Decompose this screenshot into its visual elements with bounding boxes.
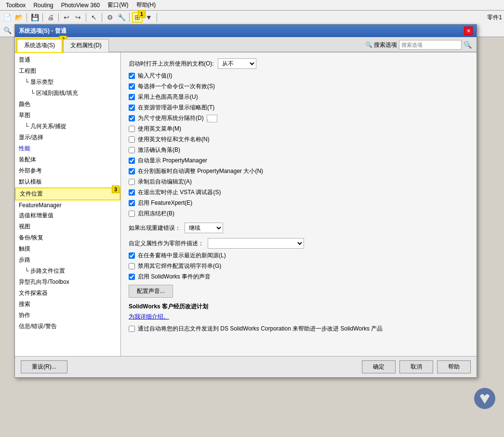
cb-input-dimension[interactable] <box>129 73 135 79</box>
config-sound-btn[interactable]: 配置声音... <box>129 285 173 298</box>
cb-input-english-feature[interactable] <box>129 136 135 143</box>
cb-input-edit-macro[interactable] <box>129 179 135 185</box>
cb-input-news[interactable] <box>129 252 135 259</box>
tree-item-24[interactable]: 信息/错误/警告 <box>15 321 120 332</box>
tree-item-6[interactable]: └ 几何关系/捕捉 <box>15 121 120 132</box>
menu-photoview[interactable]: PhotoView 360 <box>57 1 104 10</box>
cb-input-separator[interactable] <box>129 115 135 121</box>
cb-input-thumbnail[interactable] <box>129 105 135 111</box>
tree-item-23[interactable]: 协作 <box>15 310 120 321</box>
select-btn[interactable]: ↖ <box>89 12 99 23</box>
dialog-titlebar: 系统选项(S) - 普通 ✕ <box>15 25 477 37</box>
cb-item-18: 通过自动将您的日志文件发送到 DS SolidWorks Corporation… <box>129 325 469 333</box>
experience-link[interactable]: 为我详细介绍。 <box>129 313 169 320</box>
cb-input-freeze-bar[interactable] <box>129 211 135 217</box>
tree-item-22[interactable]: 搜索 <box>15 299 120 310</box>
startup-setting-row: 启动时打开上次所使用的文档(O): 从不 总是 <box>129 58 469 69</box>
search-label: 🔍 搜索选项 <box>365 41 397 49</box>
tree-item-13[interactable]: FeatureManager <box>15 200 120 210</box>
cb-input-shading[interactable] <box>129 94 135 100</box>
ok-button[interactable]: 确定 <box>362 360 396 373</box>
menu-routing[interactable]: Routing <box>29 1 57 10</box>
tree-item-16[interactable]: 备份/恢复 <box>15 232 120 243</box>
cb-input-single-command[interactable] <box>129 83 135 90</box>
cb-input-resize-propmanager[interactable] <box>129 168 135 174</box>
redo-btn[interactable]: ↪ <box>73 12 83 23</box>
tree-item-11[interactable]: 默认模板 <box>15 176 120 187</box>
tree-item-15[interactable]: 视图 <box>15 221 120 232</box>
search-area: 🔍 搜索选项 🔍 <box>365 40 472 50</box>
cb-item-6: 使用英文菜单(M) <box>129 125 469 133</box>
undo-btn[interactable]: ↩ <box>61 12 72 23</box>
cb-input-prop-manager[interactable] <box>129 158 135 164</box>
cb-item-3: 采用上色面高亮显示(U) <box>129 93 469 101</box>
tree-item-3[interactable]: └ 区域剖面线/填充 <box>15 88 120 99</box>
cb-input-confirm-corner[interactable] <box>129 147 135 153</box>
tree-item-14[interactable]: 选值框增量值 <box>15 210 120 221</box>
cb-input-vsta-debug[interactable] <box>129 189 135 196</box>
cb-input-featurexpert[interactable] <box>129 200 135 206</box>
menu-toolbox[interactable]: Toolbox <box>2 1 29 10</box>
reset-button[interactable]: 重设(R)... <box>21 360 67 373</box>
tree-item-21[interactable]: 文件探索器 <box>15 288 120 299</box>
cb-input-sound[interactable] <box>129 274 135 280</box>
help-button[interactable]: 帮助 <box>437 360 471 373</box>
print-btn[interactable]: 🖨 <box>45 12 56 23</box>
cb-label-english-feature: 使用英文特征和文件名称(N) <box>138 135 210 144</box>
badge-3: 3 <box>112 185 119 193</box>
rebuild-row: 如果出现重建错误： 继续 停止 提示 <box>129 223 469 233</box>
tree-item-10[interactable]: 外部参考 <box>15 165 120 176</box>
cb-input-log[interactable] <box>129 326 135 332</box>
sep6 <box>129 13 130 22</box>
tab-system-options[interactable]: 系统选项(S) <box>17 39 62 52</box>
custom-prop-label: 自定义属性作为零部件描述： <box>129 239 204 248</box>
badge-1: 1 <box>138 10 146 18</box>
cancel-button[interactable]: 取消 <box>399 360 433 373</box>
tree-item-4[interactable]: 颜色 <box>15 99 120 110</box>
tree-item-file-location[interactable]: 文件位置 <box>15 187 120 200</box>
tree-item-1[interactable]: 工程图 <box>15 66 120 77</box>
cb-input-english-menu[interactable] <box>129 126 135 132</box>
experience-section: SolidWorks 客户经历改进计划 <box>129 303 469 311</box>
tab-document-properties[interactable]: 文档属性(D) <box>63 39 109 52</box>
tree-item-18[interactable]: 步路 <box>15 254 120 265</box>
cb-label-freeze-bar: 启用冻结栏(B) <box>138 210 174 218</box>
options-btn[interactable]: 🔧 <box>116 12 127 23</box>
startup-select[interactable]: 从不 总是 <box>218 58 256 69</box>
rebuild-btn[interactable]: ⚙ <box>105 12 115 23</box>
tree-item-2[interactable]: └ 显示类型 <box>15 77 120 88</box>
new-btn[interactable]: 📄 <box>2 12 13 23</box>
cb-label-edit-macro: 录制后自动编辑宏(A) <box>138 178 192 186</box>
separator-preview: . <box>207 115 217 122</box>
custom-prop-select[interactable] <box>208 238 304 249</box>
settings-panel: 启动时打开上次所使用的文档(O): 从不 总是 输入尺寸值(I) 每选择一个命令… <box>121 53 477 356</box>
tree-item-5[interactable]: 草图 <box>15 110 120 121</box>
search-input[interactable] <box>399 40 462 50</box>
tree-item-9[interactable]: 装配体 <box>15 154 120 165</box>
cb-item-9: 自动显示 PropertyManager <box>129 157 469 165</box>
cb-label-weld: 禁用其它焊件配置说明字符串(G) <box>138 262 221 270</box>
menu-window[interactable]: 窗口(W) <box>104 0 132 10</box>
cb-item-16: 禁用其它焊件配置说明字符串(G) <box>129 262 469 270</box>
tree-item-17[interactable]: 触摸 <box>15 243 120 254</box>
part-name: 零件1 <box>487 13 502 22</box>
tree-item-20[interactable]: 异型孔向导/Toolbox <box>15 277 120 288</box>
menu-help[interactable]: 帮助(H) <box>133 0 160 10</box>
cb-label-dimension: 输入尺寸值(I) <box>138 72 172 80</box>
tree-item-19[interactable]: └ 步路文件位置 <box>15 265 120 277</box>
open-btn[interactable]: 📂 <box>13 12 24 23</box>
cb-item-15: 在任务窗格中显示最近的新闻源(L) <box>129 252 469 260</box>
sw-watermark <box>473 386 497 411</box>
tree-item-0[interactable]: 普通 <box>15 54 120 66</box>
toolbar-row-1: 📄 📂 💾 🖨 ↩ ↪ ↖ ⚙ 🔧 ⊞ 1 ▼ 零件1 <box>0 11 504 24</box>
tree-item-7[interactable]: 显示/选择 <box>15 132 120 143</box>
tree-item-8[interactable]: 性能 <box>15 143 120 154</box>
zoom-to-fit[interactable]: 🔍 <box>2 25 13 36</box>
dialog-close-button[interactable]: ✕ <box>464 26 473 35</box>
search-go-icon[interactable]: 🔍 <box>464 41 472 49</box>
rebuild-select[interactable]: 继续 停止 提示 <box>185 223 223 233</box>
cb-input-weld[interactable] <box>129 263 135 269</box>
sep1 <box>27 13 27 22</box>
save-btn[interactable]: 💾 <box>29 12 40 23</box>
cb-label-confirm-corner: 激活确认角落(B) <box>138 146 180 154</box>
